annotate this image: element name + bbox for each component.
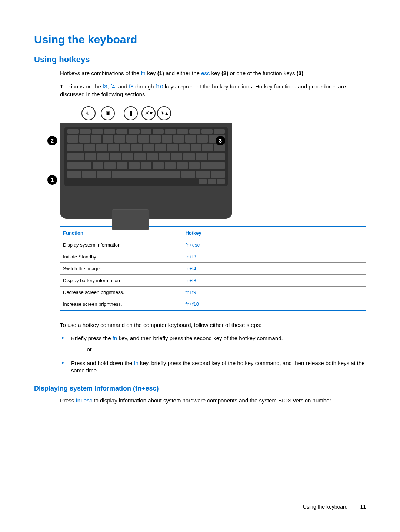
text: and either the bbox=[164, 70, 201, 76]
callout-ref-1: (1) bbox=[157, 70, 164, 76]
callout-badge-2: 2 bbox=[47, 136, 57, 145]
subsection-title-fnesc: Displaying system information (fn+esc) bbox=[34, 385, 366, 392]
keyboard-illustration: ☾ ▣ ▮ ☀▾ ☀▴ bbox=[60, 104, 232, 219]
page-number: 11 bbox=[360, 504, 366, 510]
laptop-body bbox=[60, 123, 232, 219]
paragraph-hotkeys-intro: Hotkeys are combinations of the fn key (… bbox=[60, 70, 366, 77]
cell-function: Switch the image. bbox=[60, 262, 182, 274]
list-item: Press and hold down the fn key, briefly … bbox=[60, 359, 366, 375]
text: or one of the function keys bbox=[228, 70, 296, 76]
callout-badge-3: 3 bbox=[216, 136, 225, 145]
text: . bbox=[303, 70, 305, 76]
text: key bbox=[146, 70, 157, 76]
text: Press and hold down the bbox=[71, 360, 134, 366]
paragraph-fnesc: Press fn+esc to display information abou… bbox=[60, 397, 366, 404]
cell-function: Initiate Standby. bbox=[60, 251, 182, 262]
text: key bbox=[210, 70, 221, 76]
battery-icon: ▮ bbox=[124, 106, 138, 120]
list-item: Briefly press the fn key, and then brief… bbox=[60, 335, 366, 354]
fn-key-label: fn bbox=[113, 335, 117, 341]
brightness-down-icon: ☀▾ bbox=[141, 106, 156, 120]
callout-ref-3: (3) bbox=[297, 70, 303, 76]
fn-key-label: fn bbox=[134, 360, 139, 366]
text: to display information about system hard… bbox=[92, 397, 333, 404]
cell-function: Display system information. bbox=[60, 239, 182, 251]
col-hotkey: Hotkey bbox=[182, 227, 366, 239]
cell-hotkey: fn+f4 bbox=[182, 262, 366, 274]
sleep-icon: ☾ bbox=[81, 106, 96, 120]
text: Hotkeys are combinations of the bbox=[60, 70, 141, 76]
table-row: Initiate Standby.fn+f3 bbox=[60, 251, 366, 262]
fn-key-label: fn bbox=[141, 70, 146, 76]
text: , bbox=[107, 83, 110, 90]
text: , and bbox=[115, 83, 129, 90]
table-row: Increase screen brightness.fn+f10 bbox=[60, 298, 366, 310]
section-title-hotkeys: Using hotkeys bbox=[34, 55, 366, 64]
text: key, and then briefly press the second k… bbox=[117, 335, 283, 341]
cell-hotkey: fn+esc bbox=[182, 239, 366, 251]
cell-hotkey: fn+f9 bbox=[182, 286, 366, 298]
callout-ref-2: (2) bbox=[221, 70, 228, 76]
table-row: Display system information.fn+esc bbox=[60, 239, 366, 251]
cell-hotkey: fn+f10 bbox=[182, 298, 366, 310]
cell-function: Increase screen brightness. bbox=[60, 298, 182, 310]
hotkey-table: Function Hotkey Display system informati… bbox=[60, 226, 366, 311]
or-separator: – or – bbox=[82, 346, 366, 353]
f4-label: f4 bbox=[110, 83, 115, 90]
page-title: Using the keyboard bbox=[34, 33, 366, 46]
f10-label: f10 bbox=[156, 83, 163, 90]
f3-label: f3 bbox=[103, 83, 107, 90]
f8-label: f8 bbox=[129, 83, 134, 90]
table-header-row: Function Hotkey bbox=[60, 227, 366, 239]
callout-badge-1: 1 bbox=[47, 175, 57, 185]
paragraph-usage-intro: To use a hotkey command on the computer … bbox=[60, 321, 366, 329]
text: The icons on the bbox=[60, 83, 103, 90]
cell-function: Display battery information bbox=[60, 274, 182, 286]
touchpad bbox=[112, 209, 149, 230]
esc-key-label: esc bbox=[201, 70, 210, 76]
table-row: Switch the image.fn+f4 bbox=[60, 262, 366, 274]
keyboard-area bbox=[64, 127, 228, 186]
text: Briefly press the bbox=[71, 335, 113, 341]
brightness-up-icon: ☀▴ bbox=[157, 106, 171, 120]
footer-section: Using the keyboard bbox=[303, 504, 348, 510]
display-icon: ▣ bbox=[101, 106, 115, 120]
cell-function: Decrease screen brightness. bbox=[60, 286, 182, 298]
table-row: Decrease screen brightness.fn+f9 bbox=[60, 286, 366, 298]
usage-steps-list: Briefly press the fn key, and then brief… bbox=[60, 335, 366, 374]
paragraph-icons-intro: The icons on the f3, f4, and f8 through … bbox=[60, 83, 366, 98]
fnesc-label: fn+esc bbox=[76, 397, 93, 404]
text: through bbox=[134, 83, 156, 90]
text: Press bbox=[60, 397, 76, 404]
page-footer: Using the keyboard 11 bbox=[303, 504, 366, 510]
table-row: Display battery informationfn+f8 bbox=[60, 274, 366, 286]
cell-hotkey: fn+f8 bbox=[182, 274, 366, 286]
cell-hotkey: fn+f3 bbox=[182, 251, 366, 262]
